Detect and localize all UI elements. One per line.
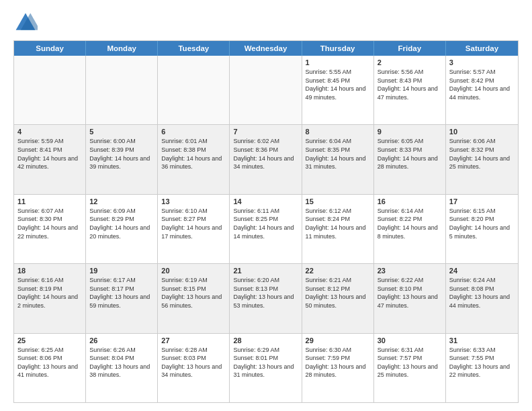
day-info: Sunrise: 6:06 AM Sunset: 8:32 PM Dayligh… (449, 138, 510, 170)
header-day-tuesday: Tuesday (158, 41, 230, 56)
calendar-cell: 5Sunrise: 6:00 AM Sunset: 8:39 PM Daylig… (86, 125, 158, 193)
calendar-cell: 15Sunrise: 6:12 AM Sunset: 8:24 PM Dayli… (302, 195, 374, 263)
day-info: Sunrise: 6:22 AM Sunset: 8:10 PM Dayligh… (378, 277, 438, 309)
day-info: Sunrise: 6:31 AM Sunset: 7:57 PM Dayligh… (378, 347, 438, 379)
calendar: SundayMondayTuesdayWednesdayThursdayFrid… (13, 40, 519, 403)
calendar-cell: 3Sunrise: 5:57 AM Sunset: 8:42 PM Daylig… (446, 56, 518, 124)
header-day-saturday: Saturday (446, 41, 518, 56)
logo (13, 11, 40, 35)
day-number: 17 (449, 197, 515, 205)
calendar-cell: 12Sunrise: 6:09 AM Sunset: 8:29 PM Dayli… (86, 195, 158, 263)
day-info: Sunrise: 6:20 AM Sunset: 8:13 PM Dayligh… (233, 277, 294, 309)
day-number: 4 (17, 128, 82, 136)
day-number: 15 (306, 197, 370, 205)
calendar-cell: 21Sunrise: 6:20 AM Sunset: 8:13 PM Dayli… (230, 264, 302, 332)
calendar-cell: 19Sunrise: 6:17 AM Sunset: 8:17 PM Dayli… (86, 264, 158, 332)
calendar-cell: 26Sunrise: 6:26 AM Sunset: 8:04 PM Dayli… (86, 334, 158, 402)
calendar-cell: 25Sunrise: 6:25 AM Sunset: 8:06 PM Dayli… (14, 334, 86, 402)
day-info: Sunrise: 6:26 AM Sunset: 8:04 PM Dayligh… (89, 347, 150, 379)
day-info: Sunrise: 6:00 AM Sunset: 8:39 PM Dayligh… (89, 138, 150, 170)
page: SundayMondayTuesdayWednesdayThursdayFrid… (0, 0, 532, 411)
day-info: Sunrise: 6:19 AM Sunset: 8:15 PM Dayligh… (161, 277, 222, 309)
calendar-cell: 7Sunrise: 6:02 AM Sunset: 8:36 PM Daylig… (230, 125, 302, 193)
calendar-cell: 29Sunrise: 6:30 AM Sunset: 7:59 PM Dayli… (302, 334, 374, 402)
day-number: 24 (449, 267, 515, 275)
day-number: 6 (161, 128, 226, 136)
day-number: 18 (17, 267, 82, 275)
calendar-row-1: 4Sunrise: 5:59 AM Sunset: 8:41 PM Daylig… (14, 124, 518, 193)
day-info: Sunrise: 6:25 AM Sunset: 8:06 PM Dayligh… (17, 347, 78, 379)
day-number: 25 (17, 336, 82, 345)
day-info: Sunrise: 5:59 AM Sunset: 8:41 PM Dayligh… (17, 138, 78, 170)
day-number: 27 (161, 336, 226, 345)
calendar-row-2: 11Sunrise: 6:07 AM Sunset: 8:30 PM Dayli… (14, 194, 518, 263)
day-number: 2 (378, 58, 442, 66)
day-info: Sunrise: 6:21 AM Sunset: 8:12 PM Dayligh… (306, 277, 366, 309)
calendar-body: 1Sunrise: 5:55 AM Sunset: 8:45 PM Daylig… (14, 56, 518, 402)
day-number: 9 (378, 128, 442, 136)
day-number: 1 (306, 58, 370, 66)
day-info: Sunrise: 6:14 AM Sunset: 8:22 PM Dayligh… (378, 208, 438, 240)
day-number: 12 (89, 197, 154, 205)
day-number: 30 (378, 336, 442, 345)
calendar-cell: 22Sunrise: 6:21 AM Sunset: 8:12 PM Dayli… (302, 264, 374, 332)
header-day-friday: Friday (374, 41, 446, 56)
calendar-cell (158, 56, 230, 124)
day-number: 11 (17, 197, 82, 205)
day-number: 19 (89, 267, 154, 275)
calendar-cell: 9Sunrise: 6:05 AM Sunset: 8:33 PM Daylig… (374, 125, 446, 193)
calendar-cell: 6Sunrise: 6:01 AM Sunset: 8:38 PM Daylig… (158, 125, 230, 193)
day-info: Sunrise: 6:05 AM Sunset: 8:33 PM Dayligh… (378, 138, 438, 170)
calendar-cell: 2Sunrise: 5:56 AM Sunset: 8:43 PM Daylig… (374, 56, 446, 124)
calendar-cell: 20Sunrise: 6:19 AM Sunset: 8:15 PM Dayli… (158, 264, 230, 332)
header-day-sunday: Sunday (14, 41, 86, 56)
day-info: Sunrise: 6:07 AM Sunset: 8:30 PM Dayligh… (17, 208, 78, 240)
calendar-header: SundayMondayTuesdayWednesdayThursdayFrid… (14, 41, 518, 56)
calendar-cell: 24Sunrise: 6:24 AM Sunset: 8:08 PM Dayli… (446, 264, 518, 332)
calendar-cell: 16Sunrise: 6:14 AM Sunset: 8:22 PM Dayli… (374, 195, 446, 263)
calendar-cell: 10Sunrise: 6:06 AM Sunset: 8:32 PM Dayli… (446, 125, 518, 193)
day-number: 31 (449, 336, 515, 345)
day-info: Sunrise: 6:15 AM Sunset: 8:20 PM Dayligh… (449, 208, 510, 240)
day-number: 14 (233, 197, 298, 205)
calendar-cell (230, 56, 302, 124)
calendar-cell: 13Sunrise: 6:10 AM Sunset: 8:27 PM Dayli… (158, 195, 230, 263)
day-number: 23 (378, 267, 442, 275)
day-number: 7 (233, 128, 298, 136)
day-info: Sunrise: 6:02 AM Sunset: 8:36 PM Dayligh… (233, 138, 294, 170)
day-number: 20 (161, 267, 226, 275)
header-day-monday: Monday (86, 41, 158, 56)
day-number: 29 (306, 336, 370, 345)
calendar-cell: 17Sunrise: 6:15 AM Sunset: 8:20 PM Dayli… (446, 195, 518, 263)
calendar-cell: 14Sunrise: 6:11 AM Sunset: 8:25 PM Dayli… (230, 195, 302, 263)
day-info: Sunrise: 6:09 AM Sunset: 8:29 PM Dayligh… (89, 208, 150, 240)
calendar-cell: 4Sunrise: 5:59 AM Sunset: 8:41 PM Daylig… (14, 125, 86, 193)
day-info: Sunrise: 6:30 AM Sunset: 7:59 PM Dayligh… (306, 347, 366, 379)
calendar-cell (86, 56, 158, 124)
day-number: 28 (233, 336, 298, 345)
day-info: Sunrise: 6:11 AM Sunset: 8:25 PM Dayligh… (233, 208, 294, 240)
header (13, 11, 519, 35)
calendar-row-4: 25Sunrise: 6:25 AM Sunset: 8:06 PM Dayli… (14, 333, 518, 402)
calendar-cell: 30Sunrise: 6:31 AM Sunset: 7:57 PM Dayli… (374, 334, 446, 402)
day-info: Sunrise: 5:55 AM Sunset: 8:45 PM Dayligh… (306, 68, 366, 101)
calendar-cell: 8Sunrise: 6:04 AM Sunset: 8:35 PM Daylig… (302, 125, 374, 193)
calendar-cell: 18Sunrise: 6:16 AM Sunset: 8:19 PM Dayli… (14, 264, 86, 332)
calendar-cell: 1Sunrise: 5:55 AM Sunset: 8:45 PM Daylig… (302, 56, 374, 124)
day-info: Sunrise: 6:12 AM Sunset: 8:24 PM Dayligh… (306, 208, 366, 240)
day-info: Sunrise: 6:33 AM Sunset: 7:55 PM Dayligh… (449, 347, 510, 379)
calendar-cell: 31Sunrise: 6:33 AM Sunset: 7:55 PM Dayli… (446, 334, 518, 402)
calendar-cell: 28Sunrise: 6:29 AM Sunset: 8:01 PM Dayli… (230, 334, 302, 402)
header-day-wednesday: Wednesday (230, 41, 302, 56)
day-info: Sunrise: 6:10 AM Sunset: 8:27 PM Dayligh… (161, 208, 222, 240)
day-number: 3 (449, 58, 515, 66)
calendar-cell: 27Sunrise: 6:28 AM Sunset: 8:03 PM Dayli… (158, 334, 230, 402)
day-info: Sunrise: 6:04 AM Sunset: 8:35 PM Dayligh… (306, 138, 366, 170)
day-info: Sunrise: 5:57 AM Sunset: 8:42 PM Dayligh… (449, 68, 510, 101)
calendar-row-0: 1Sunrise: 5:55 AM Sunset: 8:45 PM Daylig… (14, 56, 518, 124)
day-info: Sunrise: 6:16 AM Sunset: 8:19 PM Dayligh… (17, 277, 78, 309)
calendar-cell (14, 56, 86, 124)
day-info: Sunrise: 5:56 AM Sunset: 8:43 PM Dayligh… (378, 68, 438, 101)
day-number: 13 (161, 197, 226, 205)
day-number: 10 (449, 128, 515, 136)
